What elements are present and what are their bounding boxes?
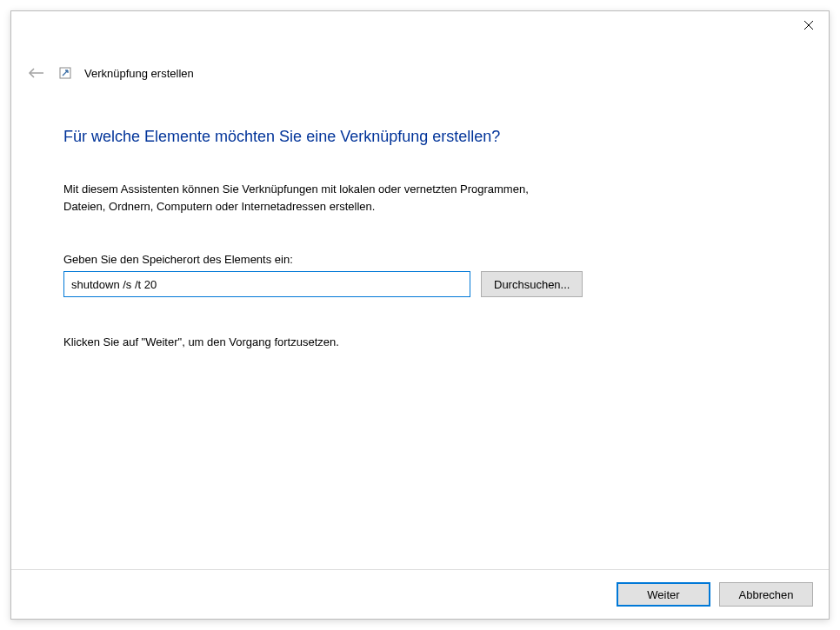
description-line-1: Mit diesem Assistenten können Sie Verknü…	[63, 182, 529, 196]
browse-button[interactable]: Durchsuchen...	[481, 271, 583, 297]
titlebar	[11, 11, 829, 43]
description-line-2: Dateien, Ordnern, Computern oder Interne…	[63, 200, 375, 213]
close-icon	[803, 20, 814, 30]
wizard-header: Verknüpfung erstellen	[11, 63, 829, 83]
close-button[interactable]	[789, 11, 829, 39]
next-button[interactable]: Weiter	[617, 582, 710, 607]
continue-hint: Klicken Sie auf "Weiter", um den Vorgang…	[63, 335, 777, 348]
wizard-content: Für welche Elemente möchten Sie eine Ver…	[11, 83, 829, 569]
back-button[interactable]	[27, 63, 46, 83]
shortcut-icon	[58, 66, 72, 80]
page-headline: Für welche Elemente möchten Sie eine Ver…	[63, 128, 777, 146]
description-text: Mit diesem Assistenten können Sie Verknü…	[63, 181, 585, 215]
wizard-title: Verknüpfung erstellen	[84, 67, 194, 80]
back-arrow-icon	[28, 67, 45, 79]
cancel-button[interactable]: Abbrechen	[719, 582, 813, 607]
wizard-window: Verknüpfung erstellen Für welche Element…	[10, 10, 830, 620]
path-input[interactable]	[63, 271, 470, 297]
wizard-footer: Weiter Abbrechen	[11, 569, 829, 619]
input-row: Durchsuchen...	[63, 271, 777, 297]
path-label: Geben Sie den Speicherort des Elements e…	[63, 253, 777, 266]
